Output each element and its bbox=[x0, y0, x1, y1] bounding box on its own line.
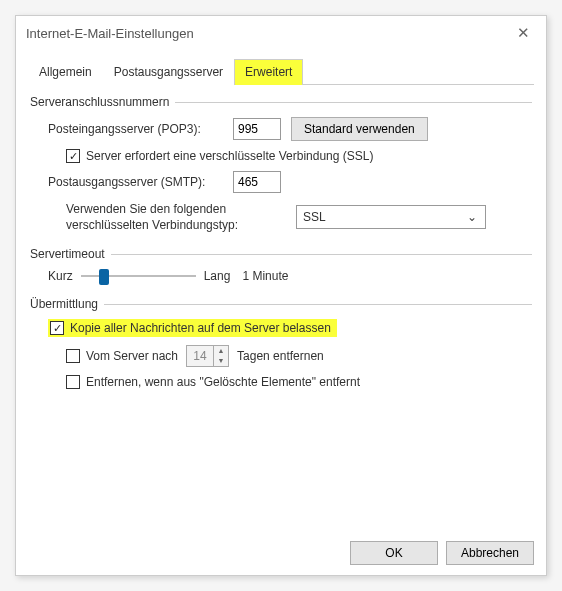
timeout-short-label: Kurz bbox=[48, 269, 73, 283]
checkbox-remove-after[interactable]: Vom Server nach bbox=[66, 349, 178, 363]
tab-general[interactable]: Allgemein bbox=[28, 59, 103, 85]
tab-outgoing[interactable]: Postausgangsserver bbox=[103, 59, 234, 85]
pop3-port-input[interactable] bbox=[233, 118, 281, 140]
remove-after-pre: Vom Server nach bbox=[86, 349, 178, 363]
checkmark-icon bbox=[50, 321, 64, 335]
smtp-port-input[interactable] bbox=[233, 171, 281, 193]
row-enc-type: Verwenden Sie den folgenden verschlüssel… bbox=[66, 201, 532, 233]
enc-type-value: SSL bbox=[303, 210, 326, 224]
remove-after-post: Tagen entfernen bbox=[237, 349, 324, 363]
checkmark-icon bbox=[66, 149, 80, 163]
tab-advanced[interactable]: Erweitert bbox=[234, 59, 303, 85]
group-delivery: Übermittlung Kopie aller Nachrichten auf… bbox=[30, 297, 532, 389]
group-timeout-label: Servertimeout bbox=[30, 247, 111, 261]
chevron-down-icon: ▼ bbox=[214, 356, 228, 366]
remove-deleted-label: Entfernen, wenn aus "Gelöschte Elemente"… bbox=[86, 375, 360, 389]
row-leave-copy: Kopie aller Nachrichten auf dem Server b… bbox=[48, 319, 532, 337]
row-smtp: Postausgangsserver (SMTP): bbox=[48, 171, 532, 193]
group-ports-header: Serveranschlussnummern bbox=[30, 95, 532, 109]
timeout-value: 1 Minute bbox=[242, 269, 288, 283]
row-ssl-incoming: Server erfordert eine verschlüsselte Ver… bbox=[66, 149, 532, 163]
chevron-down-icon: ⌄ bbox=[463, 210, 481, 224]
leave-copy-label: Kopie aller Nachrichten auf dem Server b… bbox=[70, 321, 331, 335]
default-port-button[interactable]: Standard verwenden bbox=[291, 117, 428, 141]
slider-thumb-icon bbox=[99, 269, 109, 285]
enc-type-label: Verwenden Sie den folgenden verschlüssel… bbox=[66, 201, 296, 233]
days-value: 14 bbox=[187, 349, 213, 363]
window-title: Internet-E-Mail-Einstellungen bbox=[26, 26, 511, 41]
content-area: Allgemein Postausgangsserver Erweitert S… bbox=[16, 50, 546, 531]
footer: OK Abbrechen bbox=[16, 531, 546, 575]
close-icon[interactable]: ✕ bbox=[511, 20, 536, 46]
group-delivery-header: Übermittlung bbox=[30, 297, 532, 311]
group-delivery-label: Übermittlung bbox=[30, 297, 104, 311]
chevron-up-icon: ▲ bbox=[214, 346, 228, 356]
ssl-incoming-label: Server erfordert eine verschlüsselte Ver… bbox=[86, 149, 373, 163]
dialog-window: Internet-E-Mail-Einstellungen ✕ Allgemei… bbox=[15, 15, 547, 576]
checkbox-leave-copy[interactable]: Kopie aller Nachrichten auf dem Server b… bbox=[48, 319, 337, 337]
checkbox-empty-icon bbox=[66, 375, 80, 389]
timeout-long-label: Lang bbox=[204, 269, 231, 283]
checkbox-ssl-incoming[interactable]: Server erfordert eine verschlüsselte Ver… bbox=[66, 149, 373, 163]
group-ports: Serveranschlussnummern Posteingangsserve… bbox=[30, 95, 532, 233]
enc-type-select[interactable]: SSL ⌄ bbox=[296, 205, 486, 229]
row-remove-after: Vom Server nach 14 ▲ ▼ Tagen entfernen bbox=[66, 345, 532, 367]
tabstrip: Allgemein Postausgangsserver Erweitert bbox=[28, 58, 534, 85]
timeout-slider[interactable] bbox=[81, 275, 196, 277]
cancel-button[interactable]: Abbrechen bbox=[446, 541, 534, 565]
checkbox-remove-deleted[interactable]: Entfernen, wenn aus "Gelöschte Elemente"… bbox=[66, 375, 360, 389]
days-stepper[interactable]: 14 ▲ ▼ bbox=[186, 345, 229, 367]
ok-button[interactable]: OK bbox=[350, 541, 438, 565]
smtp-label: Postausgangsserver (SMTP): bbox=[48, 175, 233, 189]
row-timeout: Kurz Lang 1 Minute bbox=[48, 269, 532, 283]
titlebar: Internet-E-Mail-Einstellungen ✕ bbox=[16, 16, 546, 50]
group-ports-label: Serveranschlussnummern bbox=[30, 95, 175, 109]
row-pop3: Posteingangsserver (POP3): Standard verw… bbox=[48, 117, 532, 141]
group-timeout-header: Servertimeout bbox=[30, 247, 532, 261]
group-timeout: Servertimeout Kurz Lang 1 Minute bbox=[30, 247, 532, 283]
pop3-label: Posteingangsserver (POP3): bbox=[48, 122, 233, 136]
checkbox-empty-icon bbox=[66, 349, 80, 363]
row-remove-deleted: Entfernen, wenn aus "Gelöschte Elemente"… bbox=[66, 375, 532, 389]
